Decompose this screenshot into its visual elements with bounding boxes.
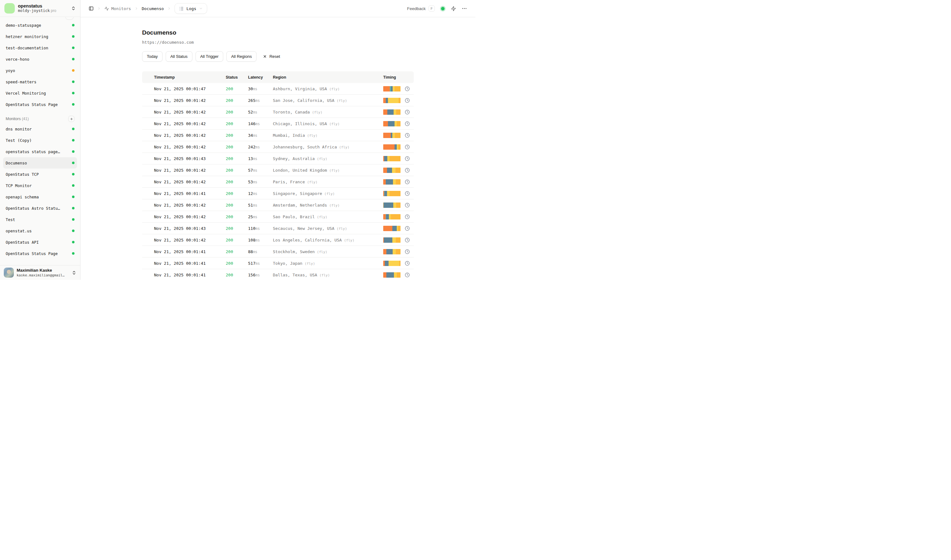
latency-unit: ms [255, 238, 260, 242]
log-row[interactable]: Nov 21, 2025 00:01:47 200 30ms Ashburn, … [142, 83, 414, 95]
timing-details-button[interactable] [405, 133, 410, 138]
log-row[interactable]: Nov 21, 2025 00:01:42 200 51ms Amsterdam… [142, 199, 414, 211]
log-row[interactable]: Nov 21, 2025 00:01:42 200 34ms Mumbai, I… [142, 129, 414, 141]
log-region: Sao Paulo, Brazil [273, 214, 315, 219]
status-dot [72, 24, 74, 26]
sidebar-item[interactable]: test-documentation [3, 42, 77, 54]
log-row[interactable]: Nov 21, 2025 00:01:43 200 110ms Secaucus… [142, 223, 414, 234]
sidebar-item[interactable]: yoyo [3, 65, 77, 76]
timing-segment-slate [384, 156, 387, 161]
log-row[interactable]: Nov 21, 2025 00:01:42 200 57ms London, U… [142, 165, 414, 176]
log-row[interactable]: Nov 21, 2025 00:01:41 200 517ms Tokyo, J… [142, 257, 414, 269]
sidebar-item[interactable]: demo-statuspage [3, 20, 77, 31]
log-row[interactable]: Nov 21, 2025 00:01:43 200 13ms Sydney, A… [142, 153, 414, 165]
sidebar-item[interactable]: OpenStatus API [3, 237, 77, 248]
timing-details-button[interactable] [405, 168, 410, 173]
sidebar: openstatus moldy-joystick pro demo-statu… [0, 0, 80, 280]
filter-button[interactable]: All Regions [226, 51, 257, 62]
sidebar-item[interactable]: hetzner monitoring [3, 31, 77, 42]
log-row[interactable]: Nov 21, 2025 00:01:42 200 265ms San Jose… [142, 95, 414, 106]
sidebar-item-label: dns monitor [6, 127, 32, 131]
timing-details-button[interactable] [405, 203, 410, 208]
sidebar-item[interactable]: TCP Monitor [3, 180, 77, 191]
timing-segment-yellow [389, 261, 399, 266]
timing-details-button[interactable] [405, 237, 410, 243]
sidebar-item[interactable]: openapi schema [3, 191, 77, 203]
reset-filters-button[interactable]: Reset [260, 51, 283, 62]
breadcrumb-monitor-name[interactable]: Documenso [142, 6, 164, 11]
monitors-section-label: Monitors [6, 117, 21, 121]
timing-details-button[interactable] [405, 261, 410, 266]
sidebar-item[interactable]: verce-hono [3, 54, 77, 65]
timing-details-button[interactable] [405, 144, 410, 150]
clock-icon [405, 191, 410, 196]
log-row[interactable]: Nov 21, 2025 00:01:42 200 53ms Paris, Fr… [142, 176, 414, 188]
command-menu-button[interactable] [451, 6, 456, 11]
log-row[interactable]: Nov 21, 2025 00:01:41 200 12ms Singapore… [142, 188, 414, 199]
sidebar-item[interactable]: openstat.us [3, 225, 77, 237]
sidebar-item[interactable]: OpenStatus TCP [3, 169, 77, 180]
timing-details-button[interactable] [405, 98, 410, 103]
sidebar-item[interactable]: Documenso [3, 157, 77, 169]
monitors-section-header: Monitors (41) [3, 116, 77, 122]
log-row[interactable]: Nov 21, 2025 00:01:42 200 146ms Chicago,… [142, 118, 414, 129]
log-timestamp: Nov 21, 2025 00:01:41 [154, 249, 226, 254]
sidebar-toggle-button[interactable] [89, 6, 94, 11]
add-monitor-button[interactable] [68, 116, 74, 122]
view-selector-button[interactable]: Logs [174, 3, 207, 14]
timing-details-button[interactable] [405, 272, 410, 278]
sidebar-item[interactable]: openstatus status page… [3, 146, 77, 157]
log-status-code: 200 [226, 191, 248, 196]
status-dot [72, 128, 74, 130]
log-row[interactable]: Nov 21, 2025 00:01:42 200 108ms Los Ange… [142, 234, 414, 246]
sidebar-item-label: OpenStatus API [6, 240, 38, 245]
log-row[interactable]: Nov 21, 2025 00:01:42 200 52ms Toronto, … [142, 106, 414, 118]
system-status-indicator[interactable] [441, 7, 445, 10]
sidebar-item[interactable]: dns monitor [3, 123, 77, 135]
timing-segment-orange [383, 86, 390, 91]
sidebar-scroll-area[interactable]: demo-statuspage hetzner monitoring test-… [0, 17, 80, 265]
log-timestamp: Nov 21, 2025 00:01:42 [154, 238, 226, 242]
more-options-button[interactable] [462, 6, 467, 11]
timing-bar [383, 179, 400, 185]
timing-details-button[interactable] [405, 226, 410, 231]
log-status-code: 200 [226, 261, 248, 266]
sidebar-item[interactable]: OpenStatus Astro Statu… [3, 203, 77, 214]
log-status-code: 200 [226, 272, 248, 277]
log-row[interactable]: Nov 21, 2025 00:01:42 200 242ms Johannes… [142, 141, 414, 153]
timing-details-button[interactable] [405, 179, 410, 185]
timing-details-button[interactable] [405, 191, 410, 196]
log-status-code: 200 [226, 214, 248, 219]
sidebar-item[interactable]: speed-matters [3, 76, 77, 88]
timing-details-button[interactable] [405, 214, 410, 220]
feedback-button[interactable]: Feedback [407, 6, 426, 11]
timing-details-button[interactable] [405, 156, 410, 161]
log-row[interactable]: Nov 21, 2025 00:01:41 200 88ms Stockholm… [142, 246, 414, 257]
chevron-right-icon [97, 6, 101, 10]
timing-details-button[interactable] [405, 109, 410, 115]
timing-segment-yellow [392, 133, 395, 138]
timing-details-button[interactable] [405, 121, 410, 126]
status-dot [72, 252, 74, 255]
filter-button[interactable]: Today [142, 51, 163, 62]
sidebar-item[interactable]: Test [3, 214, 77, 225]
timing-details-button[interactable] [405, 86, 410, 91]
breadcrumb-monitors[interactable]: Monitors [105, 6, 131, 11]
timing-details-button[interactable] [405, 249, 410, 254]
log-region: Stockholm, Sweden [273, 249, 315, 254]
team-switcher[interactable]: openstatus moldy-joystick pro [0, 0, 80, 17]
user-menu[interactable]: Maximilian Kaske kaske.maximilian@gmail… [0, 265, 80, 280]
status-dot [72, 195, 74, 198]
sidebar-item[interactable]: OpenStatus Status Page [3, 248, 77, 259]
filter-button[interactable]: All Status [166, 51, 192, 62]
timing-segment-yellow [392, 168, 395, 173]
timing-segment-slate [386, 98, 388, 103]
activity-icon [105, 6, 109, 11]
sidebar-item[interactable]: OpenStatus Status Page [3, 99, 77, 110]
status-dot [72, 184, 74, 187]
log-row[interactable]: Nov 21, 2025 00:01:42 200 25ms Sao Paulo… [142, 211, 414, 223]
filter-button[interactable]: All Trigger [195, 51, 223, 62]
sidebar-item[interactable]: Vercel Monitoring [3, 88, 77, 99]
log-row[interactable]: Nov 21, 2025 00:01:41 200 156ms Dallas, … [142, 269, 414, 280]
sidebar-item[interactable]: Test (Copy) [3, 135, 77, 146]
